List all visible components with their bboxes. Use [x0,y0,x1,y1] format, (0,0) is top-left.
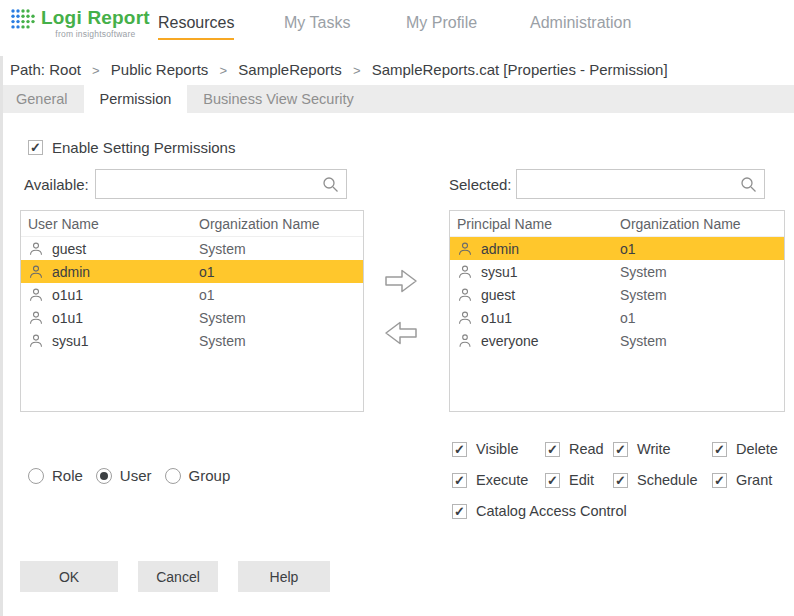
execute-checkbox[interactable]: Execute [452,472,545,488]
tab-general[interactable]: General [0,85,84,113]
column-principal-name: Principal Name [450,216,620,232]
grant-checkbox[interactable]: Grant [712,472,788,488]
execute-label: Execute [476,472,528,488]
principal-type-radios: Role User Group [28,467,230,484]
grant-label: Grant [736,472,772,488]
breadcrumb-current: SampleReports.cat [Properties - Permissi… [372,61,668,78]
user-name: guest [481,287,515,303]
schedule-label: Schedule [637,472,697,488]
left-edge-divider [0,56,3,616]
checkbox-icon [452,473,467,488]
search-icon[interactable] [322,176,339,193]
edit-checkbox[interactable]: Edit [545,472,613,488]
selected-row-everyone[interactable]: everyone System [450,329,784,352]
user-name: guest [52,241,86,257]
selected-row-admin[interactable]: admin o1 [450,237,784,260]
user-name: everyone [481,333,539,349]
user-icon [457,264,473,280]
catalog-access-control-label: Catalog Access Control [476,503,627,519]
checkbox-icon [452,442,467,457]
breadcrumb-samplereports[interactable]: SampleReports [238,61,341,78]
user-name: sysu1 [52,333,89,349]
user-icon [28,287,44,303]
group-radio-label: Group [189,467,231,484]
add-to-selected-button[interactable] [382,266,420,296]
permission-checkbox-grid: Visible Read Write Delete Execute Edit S… [452,441,788,519]
user-icon [457,310,473,326]
catalog-access-control-checkbox[interactable]: Catalog Access Control [452,503,788,519]
user-icon [457,333,473,349]
tab-permission[interactable]: Permission [84,85,188,113]
available-row-guest[interactable]: guest System [21,237,363,260]
edit-label: Edit [569,472,594,488]
delete-label: Delete [736,441,778,457]
group-radio[interactable]: Group [165,467,231,484]
user-icon [28,264,44,280]
selected-search-input[interactable] [517,170,764,198]
organization-name: System [620,264,784,280]
enable-setting-permissions-checkbox[interactable]: Enable Setting Permissions [28,139,235,156]
column-organization-name: Organization Name [620,216,784,232]
available-row-admin[interactable]: admin o1 [21,260,363,283]
tab-business-view-security[interactable]: Business View Security [187,85,369,113]
checkbox-icon [613,442,628,457]
help-button[interactable]: Help [238,561,330,592]
organization-name: System [620,333,784,349]
nav-my-profile[interactable]: My Profile [406,14,477,32]
available-row-sysu1[interactable]: sysu1 System [21,329,363,352]
app-header: Logi Report from insightsoftware Resourc… [0,0,794,55]
nav-administration[interactable]: Administration [530,14,631,32]
checkbox-icon [545,442,560,457]
column-organization-name: Organization Name [199,216,363,232]
organization-name: o1 [199,264,363,280]
user-radio[interactable]: User [96,467,152,484]
search-icon[interactable] [740,176,757,193]
delete-checkbox[interactable]: Delete [712,441,788,457]
checkbox-icon [452,504,467,519]
user-radio-label: User [120,467,152,484]
left-arrow-icon [382,336,420,351]
available-search-input[interactable] [96,170,346,198]
nav-resources[interactable]: Resources [158,14,234,40]
read-checkbox[interactable]: Read [545,441,613,457]
breadcrumb-separator: > [220,63,228,78]
ok-button[interactable]: OK [20,561,118,592]
selected-row-sysu1[interactable]: sysu1 System [450,260,784,283]
user-name: admin [52,264,90,280]
breadcrumb-public-reports[interactable]: Public Reports [111,61,209,78]
logo-title: Logi Report [41,7,150,29]
selected-row-o1u1[interactable]: o1u1 o1 [450,306,784,329]
role-radio[interactable]: Role [28,467,83,484]
breadcrumb-prefix: Path: [10,61,45,78]
user-icon [28,333,44,349]
write-checkbox[interactable]: Write [613,441,712,457]
available-row-o1u1[interactable]: o1u1 o1 [21,283,363,306]
organization-name: o1 [199,287,363,303]
logo-dot-grid-icon [10,7,36,35]
logo-tagline: from insightsoftware [55,29,135,39]
selected-row-guest[interactable]: guest System [450,283,784,306]
visible-checkbox[interactable]: Visible [452,441,545,457]
breadcrumb: Path: Root > Public Reports > SampleRepo… [10,61,668,78]
role-radio-label: Role [52,467,83,484]
user-icon [457,241,473,257]
organization-name: System [199,241,363,257]
schedule-checkbox[interactable]: Schedule [613,472,712,488]
radio-selected-icon [96,468,112,484]
cancel-button[interactable]: Cancel [138,561,218,592]
logi-report-logo[interactable]: Logi Report from insightsoftware [10,7,150,39]
organization-name: System [199,310,363,326]
available-label: Available: [24,176,89,193]
breadcrumb-separator: > [353,63,361,78]
nav-my-tasks[interactable]: My Tasks [284,14,350,32]
available-row-o1u1-system[interactable]: o1u1 System [21,306,363,329]
checkbox-icon [28,140,43,155]
radio-icon [28,468,44,484]
visible-label: Visible [476,441,518,457]
right-arrow-icon [382,284,420,299]
remove-from-selected-button[interactable] [382,318,420,348]
radio-icon [165,468,181,484]
breadcrumb-root[interactable]: Root [49,61,81,78]
available-list-header: User Name Organization Name [21,211,363,237]
organization-name: o1 [620,241,784,257]
